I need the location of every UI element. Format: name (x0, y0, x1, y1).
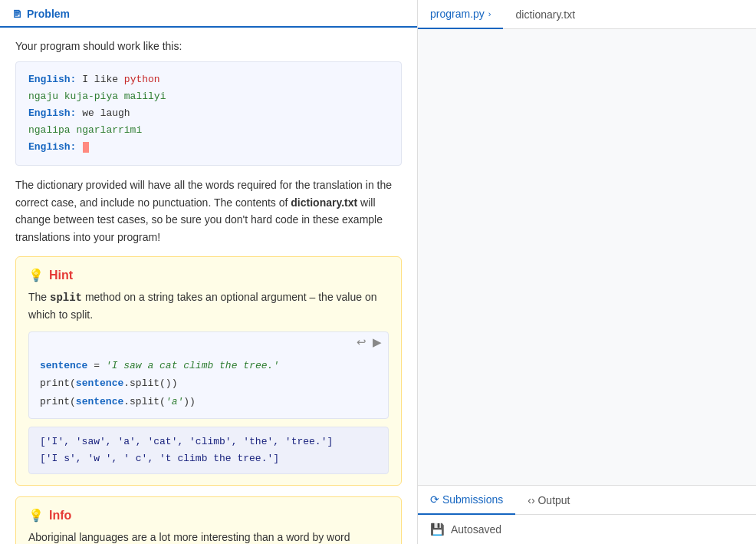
sample-line-2: print(sentence.split()) (40, 374, 377, 392)
hint-title: Hint (49, 269, 73, 282)
split-method: split (50, 292, 82, 304)
tab-dictionary-txt[interactable]: dictionary.txt (503, 0, 587, 28)
hint-box: 💡 Hint The split method on a string take… (15, 256, 402, 486)
problem-icon: 🖹 (12, 8, 22, 20)
code-line-1: English: I like python (28, 71, 389, 88)
cursor (83, 142, 89, 153)
hint-text: The split method on a string takes an op… (28, 288, 389, 324)
tab-output[interactable]: ‹› Output (515, 486, 582, 514)
code-sample-header: ↩ ▶ (29, 332, 388, 352)
code-line-3: English: we laugh (28, 105, 389, 122)
hint-icon: 💡 (28, 268, 44, 282)
code-output: ['I', 'saw', 'a', 'cat', 'climb', 'the',… (28, 427, 389, 474)
tab-problem-label: Problem (27, 8, 70, 20)
info-title: Info (49, 509, 71, 523)
right-panel: program.py › dictionary.txt ⟳ Submission… (418, 0, 756, 544)
tab-submissions[interactable]: ⟳ Submissions (418, 486, 515, 515)
sample-string: 'I saw a cat climb the tree.' (106, 360, 279, 371)
bottom-bar: ⟳ Submissions ‹› Output (418, 486, 756, 515)
tab-program-py-label: program.py (430, 8, 485, 20)
autosaved-bar: 💾 Autosaved (418, 515, 756, 544)
save-icon: 💾 (430, 523, 445, 536)
english-label-1: English: (28, 74, 76, 85)
output-label: ‹› Output (528, 494, 570, 506)
tab-program-py[interactable]: program.py › (418, 0, 503, 29)
editor-area[interactable] (418, 29, 756, 486)
code-line-2: ngaju kuja-piya malilyi (28, 88, 389, 105)
info-text: Aboriginal languages are a lot more inte… (28, 529, 389, 544)
sample-line-1: sentence = 'I saw a cat climb the tree.' (40, 357, 377, 374)
code-sample-body: sentence = 'I saw a cat climb the tree.'… (29, 352, 388, 418)
code-line-5: English: (28, 139, 389, 156)
dict-name: dictionary.txt (291, 196, 357, 209)
translation-2: ngalipa ngarlarrimi (28, 124, 142, 136)
example-code-block: English: I like python ngaju kuja-piya m… (15, 61, 402, 166)
code-sample: ↩ ▶ sentence = 'I saw a cat climb the tr… (28, 331, 389, 419)
info-box: 💡 Info Aboriginal languages are a lot mo… (15, 496, 402, 544)
right-tab-bar: program.py › dictionary.txt (418, 0, 756, 29)
tab-dictionary-txt-label: dictionary.txt (515, 8, 575, 21)
output-line-1: ['I', 'saw', 'a', 'cat', 'climb', 'the',… (40, 434, 377, 450)
problem-content: Your program should work like this: Engl… (0, 28, 417, 544)
output-line-2: ['I s', 'w ', ' c', 't climb the tree.'] (40, 450, 377, 467)
autosaved-label: Autosaved (451, 523, 501, 536)
tab-problem[interactable]: 🖹 Problem (12, 0, 70, 28)
problem-intro: Your program should work like this: (15, 40, 402, 52)
sample-line-3: print(sentence.split('a')) (40, 393, 377, 410)
expand-button[interactable]: ▶ (373, 335, 382, 349)
hint-header: 💡 Hint (28, 268, 389, 282)
arrow-icon: › (488, 9, 491, 18)
english-label-2: English: (28, 107, 76, 119)
code-line-4: ngalipa ngarlarrimi (28, 122, 389, 139)
info-icon: 💡 (28, 508, 44, 523)
problem-description: The dictionary provided will have all th… (15, 176, 402, 246)
python-keyword: python (124, 74, 160, 85)
submissions-label: ⟳ Submissions (430, 493, 503, 506)
info-header: 💡 Info (28, 508, 389, 523)
english-label-3: English: (28, 141, 76, 153)
left-tab-bar: 🖹 Problem (0, 0, 417, 28)
left-panel: 🖹 Problem Your program should work like … (0, 0, 418, 544)
copy-button[interactable]: ↩ (357, 335, 366, 349)
translation-1: ngaju kuja-piya malilyi (28, 91, 166, 102)
